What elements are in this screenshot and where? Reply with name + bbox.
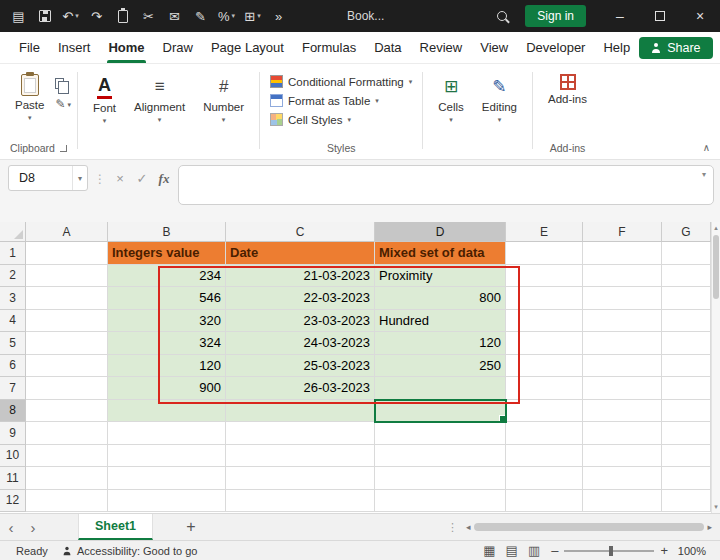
zoom-slider[interactable] [564, 550, 654, 552]
format-painter-icon[interactable]: ✎ [188, 4, 213, 28]
cell-c4[interactable]: 23-03-2023 [226, 310, 375, 333]
zoom-level[interactable]: 100% [674, 545, 720, 557]
cell-d12[interactable] [375, 490, 506, 513]
insert-function-icon[interactable]: fx [156, 165, 172, 187]
scroll-up-icon[interactable]: ▴ [712, 224, 720, 232]
vertical-scrollbar[interactable]: ▴ ▾ [711, 222, 720, 513]
cell-d7[interactable] [375, 377, 506, 400]
cell-c5[interactable]: 24-03-2023 [226, 332, 375, 355]
cell-b7[interactable]: 900 [108, 377, 226, 400]
cell-f10[interactable] [583, 445, 662, 468]
collapse-ribbon-icon[interactable]: ∧ [703, 142, 710, 153]
zoom-in-button[interactable]: + [654, 543, 674, 558]
cell-c7[interactable]: 26-03-2023 [226, 377, 375, 400]
redo-icon[interactable]: ↷ [84, 4, 109, 28]
scroll-left-icon[interactable]: ◂ [466, 522, 471, 532]
conditional-formatting-button[interactable]: Conditional Formatting ▾ [270, 75, 412, 88]
cell-e12[interactable] [506, 490, 583, 513]
cell-d1[interactable]: Mixed set of data [375, 242, 506, 265]
menu-tab-view[interactable]: View [471, 32, 517, 63]
cell-e10[interactable] [506, 445, 583, 468]
cell-d2[interactable]: Proximity [375, 265, 506, 288]
cell-c11[interactable] [226, 467, 375, 490]
cell-b11[interactable] [108, 467, 226, 490]
minimize-button[interactable]: – [600, 0, 640, 32]
paste-button[interactable]: Paste ▾ [6, 68, 53, 123]
cell-styles-button[interactable]: Cell Styles ▾ [270, 113, 412, 126]
cell-d4[interactable]: Hundred [375, 310, 506, 333]
share-button[interactable]: Share [639, 37, 712, 59]
cell-b3[interactable]: 546 [108, 287, 226, 310]
accessibility-status[interactable]: Accessibility: Good to go [62, 545, 197, 557]
column-header-b[interactable]: B [108, 222, 226, 242]
zoom-out-button[interactable]: – [545, 543, 564, 558]
cell-g2[interactable] [662, 265, 711, 288]
cell-g10[interactable] [662, 445, 711, 468]
cell-c9[interactable] [226, 422, 375, 445]
row-header-5[interactable]: 5 [0, 332, 26, 355]
menu-tab-review[interactable]: Review [411, 32, 472, 63]
cell-b10[interactable] [108, 445, 226, 468]
sign-in-button[interactable]: Sign in [525, 5, 586, 27]
cell-a11[interactable] [26, 467, 108, 490]
cell-g1[interactable] [662, 242, 711, 265]
cell-e8[interactable] [506, 400, 583, 423]
row-header-10[interactable]: 10 [0, 445, 26, 468]
add-sheet-button[interactable]: + [181, 518, 201, 536]
cell-d5[interactable]: 120 [375, 332, 506, 355]
name-box[interactable]: D8 ▾ [8, 165, 88, 191]
cell-f1[interactable] [583, 242, 662, 265]
prev-sheet-icon[interactable]: ‹ [0, 519, 22, 536]
menu-tab-page-layout[interactable]: Page Layout [202, 32, 293, 63]
cell-d9[interactable] [375, 422, 506, 445]
cell-g11[interactable] [662, 467, 711, 490]
page-break-view-button[interactable]: ▥ [523, 543, 545, 558]
font-group-button[interactable]: A Font ▾ [84, 70, 125, 126]
search-button[interactable] [487, 11, 517, 21]
cell-a12[interactable] [26, 490, 108, 513]
menu-tab-data[interactable]: Data [365, 32, 410, 63]
cell-f4[interactable] [583, 310, 662, 333]
tab-scrollbar-splitter[interactable]: ⋮ [447, 521, 458, 534]
cell-a1[interactable] [26, 242, 108, 265]
cell-d6[interactable]: 250 [375, 355, 506, 378]
cell-f5[interactable] [583, 332, 662, 355]
scroll-right-icon[interactable]: ▸ [707, 522, 712, 532]
cell-g6[interactable] [662, 355, 711, 378]
cell-e11[interactable] [506, 467, 583, 490]
cell-c10[interactable] [226, 445, 375, 468]
column-header-d[interactable]: D [375, 222, 506, 242]
dialog-launcher-icon[interactable] [60, 145, 67, 152]
alignment-group-button[interactable]: ≡ Alignment ▾ [125, 70, 194, 125]
menu-tab-developer[interactable]: Developer [517, 32, 594, 63]
app-launcher-icon[interactable]: ▤ [6, 4, 31, 28]
cell-a8[interactable] [26, 400, 108, 423]
row-header-6[interactable]: 6 [0, 355, 26, 378]
cell-f6[interactable] [583, 355, 662, 378]
column-header-f[interactable]: F [583, 222, 662, 242]
expand-formula-bar-icon[interactable]: ▾ [702, 170, 706, 179]
horizontal-scroll-thumb[interactable] [474, 523, 705, 531]
cell-d11[interactable] [375, 467, 506, 490]
cell-f8[interactable] [583, 400, 662, 423]
cell-b9[interactable] [108, 422, 226, 445]
cell-f7[interactable] [583, 377, 662, 400]
row-header-8[interactable]: 8 [0, 400, 26, 423]
add-ins-button[interactable]: Add-ins [539, 68, 596, 107]
row-header-1[interactable]: 1 [0, 242, 26, 265]
percent-style-icon[interactable]: %▾ [214, 4, 239, 28]
cell-d3[interactable]: 800 [375, 287, 506, 310]
cell-b6[interactable]: 120 [108, 355, 226, 378]
cell-g3[interactable] [662, 287, 711, 310]
row-header-12[interactable]: 12 [0, 490, 26, 513]
cell-g5[interactable] [662, 332, 711, 355]
page-layout-view-button[interactable]: ▤ [501, 543, 523, 558]
column-header-e[interactable]: E [506, 222, 583, 242]
cell-b2[interactable]: 234 [108, 265, 226, 288]
cells-group-button[interactable]: ⊞ Cells ▾ [429, 70, 473, 125]
sheet-tab-sheet1[interactable]: Sheet1 [78, 514, 153, 540]
number-group-button[interactable]: # Number ▾ [194, 70, 253, 125]
cell-g9[interactable] [662, 422, 711, 445]
cell-a2[interactable] [26, 265, 108, 288]
cell-a9[interactable] [26, 422, 108, 445]
